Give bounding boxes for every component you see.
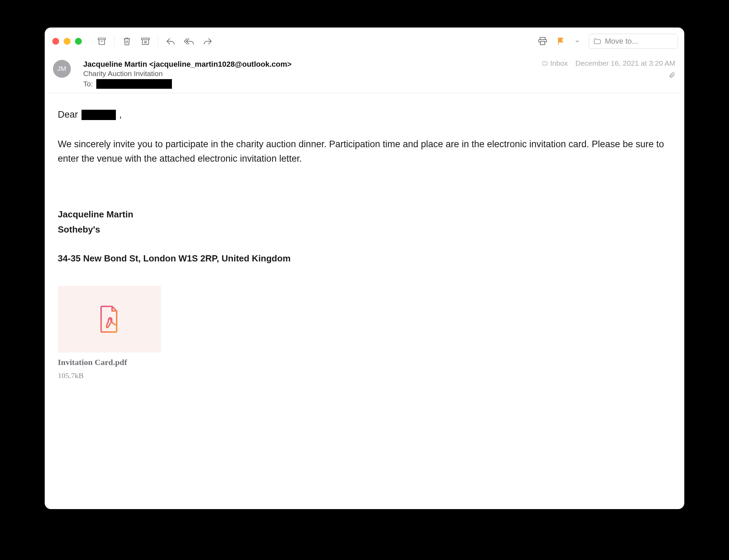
reply-button[interactable] [162, 33, 179, 50]
toolbar: Move to... [45, 28, 684, 55]
folder-chip[interactable]: Inbox [542, 59, 568, 67]
folder-icon [593, 37, 601, 45]
archive-button[interactable] [94, 33, 110, 50]
toolbar-separator [158, 36, 158, 47]
greeting-line: Dear , [58, 108, 671, 122]
minimize-window-button[interactable] [64, 38, 70, 45]
greeting-suffix: , [119, 108, 122, 122]
greeting-prefix: Dear [58, 108, 78, 122]
attachment-filename: Invitation Card.pdf [58, 356, 161, 369]
avatar-initials: JM [57, 65, 66, 73]
flag-button[interactable] [553, 33, 569, 50]
mail-window: Move to... JM Jacqueline Martin <jacquel… [45, 28, 684, 509]
attachment-icon[interactable] [668, 72, 675, 80]
folder-name: Inbox [550, 59, 568, 67]
forward-button[interactable] [199, 33, 216, 50]
fullscreen-window-button[interactable] [75, 38, 82, 45]
attachment-card[interactable]: Invitation Card.pdf 105.7kB [58, 286, 161, 381]
signature-name: Jacqueline Martin [58, 207, 671, 221]
signature-block: Jacqueline Martin Sotheby's [58, 207, 671, 237]
signature-address: 34-35 New Bond St, London W1S 2RP, Unite… [58, 251, 671, 265]
toolbar-separator [114, 36, 115, 47]
attachment-size: 105.7kB [58, 370, 161, 381]
signature-company: Sotheby's [58, 223, 671, 236]
svg-rect-3 [541, 41, 545, 45]
junk-button[interactable] [137, 33, 154, 50]
body-paragraph-1: We sincerely invite you to participate i… [58, 137, 671, 166]
svg-rect-1 [141, 38, 149, 40]
pdf-file-icon [98, 305, 120, 333]
to-recipient-redacted [96, 79, 172, 89]
folder-icon [542, 60, 548, 66]
close-window-button[interactable] [52, 38, 59, 45]
message-header: JM Jacqueline Martin <jacqueline_martin1… [48, 55, 681, 93]
header-meta: Inbox December 16, 2021 at 3:20 AM [542, 59, 675, 67]
svg-rect-0 [98, 38, 106, 40]
move-to-button[interactable]: Move to... [589, 34, 678, 49]
trash-button[interactable] [119, 33, 135, 50]
attachment-thumbnail [58, 286, 161, 353]
move-to-label: Move to... [605, 37, 638, 46]
reply-all-button[interactable] [181, 33, 197, 50]
to-label: To: [83, 80, 93, 88]
print-button[interactable] [534, 33, 551, 50]
flag-menu-chevron[interactable] [572, 33, 583, 50]
to-line: To: [83, 79, 672, 89]
sender-avatar: JM [53, 60, 71, 78]
greeting-name-redacted [81, 110, 116, 120]
message-date: December 16, 2021 at 3:20 AM [575, 59, 675, 67]
message-body: Dear , We sincerely invite you to partic… [45, 93, 684, 390]
window-controls [52, 38, 82, 45]
subject-line: Charity Auction Invitation [83, 69, 672, 78]
